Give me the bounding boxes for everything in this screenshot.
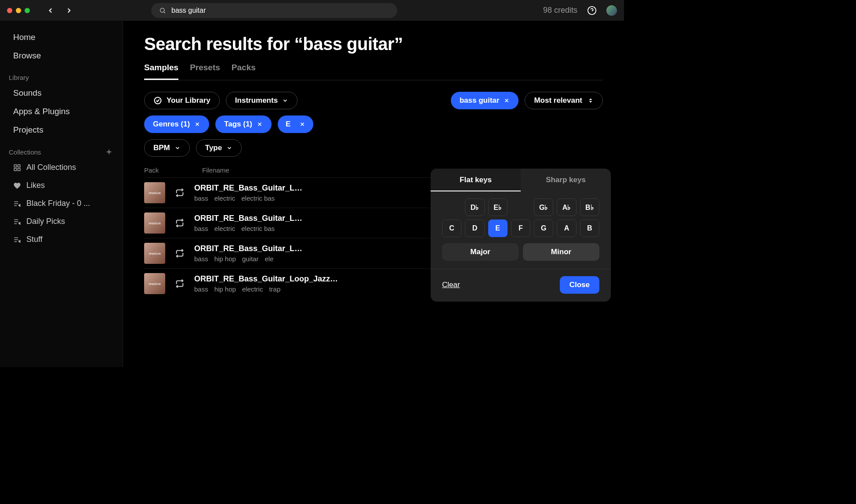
mode-major-button[interactable]: Major — [442, 243, 519, 261]
th-pack: Pack — [144, 166, 163, 174]
tag[interactable]: hip hop — [214, 255, 236, 263]
help-icon[interactable] — [587, 6, 597, 15]
tag[interactable]: electric — [242, 285, 263, 293]
pack-artwork[interactable] — [144, 212, 165, 234]
pack-artwork[interactable] — [144, 273, 165, 294]
sidebar-item-stuff[interactable]: Stuff — [0, 231, 123, 248]
search-icon — [159, 7, 166, 14]
key-filter-chip[interactable]: E — [278, 115, 313, 133]
tag-list: basselectricelectric bas — [194, 225, 344, 232]
chip-label: Genres (1) — [153, 120, 190, 129]
tags-filter-chip[interactable]: Tags (1) — [215, 115, 272, 133]
sidebar-item-all-collections[interactable]: All Collections — [0, 159, 123, 176]
credits-label[interactable]: 98 credits — [543, 6, 577, 15]
sidebar-item-label: All Collections — [26, 163, 76, 172]
key-D[interactable]: D — [465, 220, 484, 237]
key-empty — [442, 198, 461, 216]
sidebar-item-label: Daily Picks — [26, 217, 65, 226]
sidebar-item-black-friday[interactable]: Black Friday - 0 ... — [0, 195, 123, 212]
your-library-filter[interactable]: Your Library — [144, 92, 220, 109]
search-input[interactable] — [171, 7, 389, 14]
tag[interactable]: bass — [194, 255, 208, 263]
sidebar-item-likes[interactable]: Likes — [0, 177, 123, 194]
check-circle-icon — [153, 96, 162, 105]
close-window-button[interactable] — [7, 8, 12, 13]
search-field[interactable] — [151, 3, 397, 18]
loop-icon — [175, 218, 185, 228]
clear-button[interactable]: Clear — [442, 281, 460, 289]
genres-filter-chip[interactable]: Genres (1) — [144, 115, 209, 133]
tag[interactable]: electric — [214, 225, 236, 232]
bpm-filter[interactable]: BPM — [144, 139, 190, 157]
chip-label: Instruments — [235, 96, 278, 105]
close-icon[interactable] — [504, 97, 510, 104]
chip-label: Type — [205, 144, 222, 152]
key-E♭[interactable]: E♭ — [488, 198, 508, 216]
tag[interactable]: guitar — [242, 255, 259, 263]
tag[interactable]: bass — [194, 285, 208, 293]
sidebar-item-projects[interactable]: Projects — [0, 122, 123, 138]
sidebar-item-daily-picks[interactable]: Daily Picks — [0, 213, 123, 230]
tag-list: basship hopguitarele — [194, 255, 344, 263]
sort-label: Most relevant — [534, 96, 582, 105]
tab-presets[interactable]: Presets — [190, 63, 220, 80]
key-A♭[interactable]: A♭ — [557, 198, 576, 216]
popover-tab-flat[interactable]: Flat keys — [431, 169, 521, 191]
sidebar-item-sounds[interactable]: Sounds — [0, 85, 123, 101]
key-D♭[interactable]: D♭ — [465, 198, 484, 216]
maximize-window-button[interactable] — [25, 8, 30, 13]
add-collection-button[interactable] — [105, 148, 113, 156]
sidebar-item-home[interactable]: Home — [0, 29, 123, 46]
sidebar-item-label: Stuff — [26, 235, 43, 244]
key-A[interactable]: A — [557, 220, 576, 237]
tag[interactable]: ele — [265, 255, 273, 263]
key-selector-popover: Flat keys Sharp keys D♭E♭G♭A♭B♭CDEFGAB M… — [431, 169, 611, 302]
sidebar-heading-collections: Collections — [9, 148, 41, 156]
tag[interactable]: bass — [194, 194, 208, 202]
chip-label: Tags (1) — [224, 120, 252, 129]
close-icon[interactable] — [299, 121, 305, 127]
sidebar-item-apps[interactable]: Apps & Plugins — [0, 103, 123, 120]
filename: ORBIT_RE_Bass_Guitar_L… — [194, 244, 344, 253]
mode-minor-button[interactable]: Minor — [523, 243, 599, 261]
instruments-filter[interactable]: Instruments — [226, 92, 297, 109]
page-title: Search results for “bass guitar” — [144, 34, 603, 54]
key-F[interactable]: F — [511, 220, 530, 237]
close-icon[interactable] — [194, 121, 200, 127]
pack-artwork[interactable] — [144, 243, 165, 264]
tag[interactable]: bass — [194, 225, 208, 232]
key-G♭[interactable]: G♭ — [534, 198, 553, 216]
tab-samples[interactable]: Samples — [144, 63, 178, 80]
filters-row-2: Genres (1) Tags (1) E — [144, 115, 603, 133]
tab-packs[interactable]: Packs — [232, 63, 256, 80]
type-filter[interactable]: Type — [196, 139, 242, 157]
tag[interactable]: hip hop — [214, 285, 236, 293]
minimize-window-button[interactable] — [16, 8, 21, 13]
chevron-down-icon — [226, 145, 232, 151]
search-term-chip[interactable]: bass guitar — [451, 92, 519, 109]
svg-rect-6 — [14, 165, 16, 167]
titlebar: 98 credits — [0, 0, 624, 21]
result-tabs: Samples Presets Packs — [144, 63, 603, 80]
tag[interactable]: electric bas — [241, 194, 275, 202]
close-button[interactable]: Close — [560, 276, 599, 294]
key-empty — [511, 198, 530, 216]
pack-artwork[interactable] — [144, 182, 165, 203]
key-G[interactable]: G — [534, 220, 553, 237]
grid-icon — [13, 164, 21, 172]
close-icon[interactable] — [257, 121, 263, 127]
key-B♭[interactable]: B♭ — [580, 198, 599, 216]
key-B[interactable]: B — [580, 220, 599, 237]
forward-button[interactable] — [65, 7, 73, 14]
sidebar-item-label: Likes — [26, 181, 45, 190]
popover-tab-sharp[interactable]: Sharp keys — [521, 169, 611, 191]
user-avatar[interactable] — [606, 5, 617, 16]
key-E[interactable]: E — [488, 220, 508, 237]
key-C[interactable]: C — [442, 220, 461, 237]
back-button[interactable] — [47, 7, 54, 14]
tag[interactable]: electric bas — [241, 225, 275, 232]
sort-dropdown[interactable]: Most relevant — [525, 92, 603, 109]
sidebar-item-browse[interactable]: Browse — [0, 47, 123, 64]
tag[interactable]: electric — [214, 194, 236, 202]
tag[interactable]: trap — [269, 285, 280, 293]
